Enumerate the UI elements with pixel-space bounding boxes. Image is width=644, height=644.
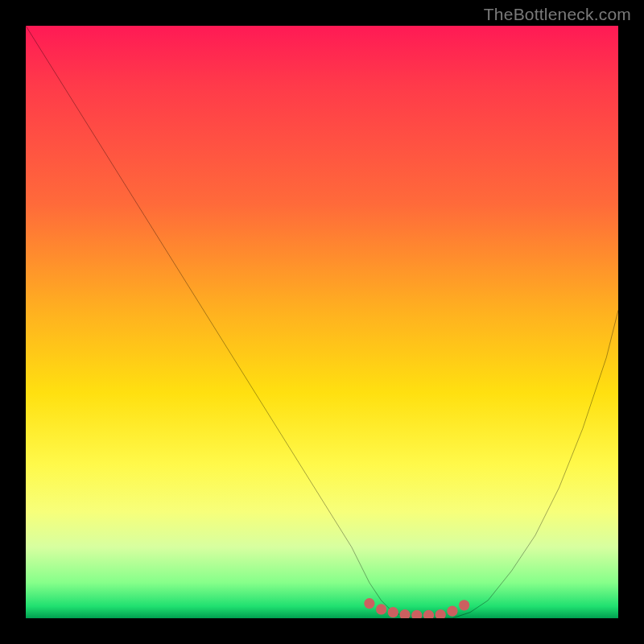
watermark-text: TheBottleneck.com (484, 5, 631, 24)
optimal-range-markers (364, 598, 469, 618)
optimal-marker (388, 607, 398, 617)
optimal-marker (399, 609, 410, 618)
optimal-marker (447, 606, 457, 617)
optimal-marker (423, 610, 434, 618)
curve-path (26, 26, 618, 618)
chart-frame: TheBottleneck.com (0, 0, 644, 644)
optimal-marker (411, 610, 422, 618)
optimal-marker (459, 600, 469, 610)
bottleneck-curve (26, 26, 618, 618)
optimal-marker (364, 598, 374, 609)
plot-area (26, 26, 618, 618)
optimal-marker (376, 604, 386, 614)
optimal-marker (436, 609, 446, 618)
